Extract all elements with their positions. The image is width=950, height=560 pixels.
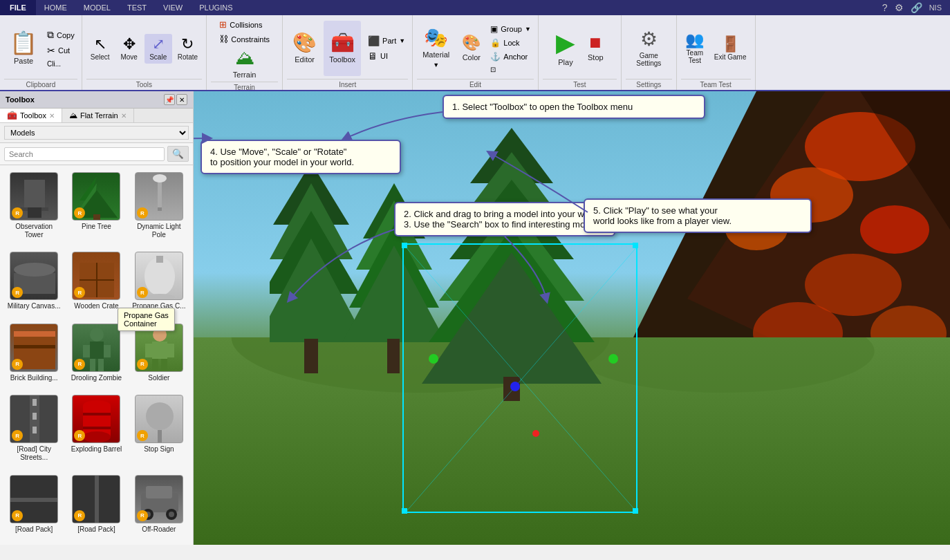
play-label: Play: [558, 58, 572, 66]
terrain-section: ⊞ Collisions ⛓ Constraints ⛰ Terrain Ter…: [207, 15, 283, 90]
help-icon[interactable]: ?: [882, 2, 888, 13]
clipboard-buttons: 📋 Paste ⧉ Copy ✂ Cut Cli...: [4, 18, 77, 79]
list-item[interactable]: R Pine Tree: [66, 169, 126, 246]
toolbox-close-button[interactable]: ✕: [176, 94, 187, 105]
color-button[interactable]: 🎨 Color: [456, 21, 486, 76]
lock-button[interactable]: 🔒 Lock: [487, 37, 534, 49]
list-item[interactable]: R [Road] City Streets...: [4, 392, 64, 469]
constraints-button[interactable]: ⛓ Constraints: [216, 32, 272, 46]
list-item[interactable]: R Stop Sign: [129, 392, 189, 469]
list-item[interactable]: R [Road Pack]: [4, 472, 64, 541]
svg-rect-30: [145, 344, 152, 357]
svg-point-12: [14, 263, 55, 277]
play-button[interactable]: ▶ Play: [550, 21, 581, 76]
file-menu[interactable]: FILE: [0, 0, 36, 15]
callout-3-text: 4. Use "Move", "Scale" or "Rotate"to pos…: [210, 147, 354, 167]
item-label: Stop Sign: [144, 445, 174, 454]
terrain-button[interactable]: ⛰ Terrain: [227, 46, 262, 82]
tab-test[interactable]: TEST: [119, 0, 155, 15]
tab-model[interactable]: MODEL: [75, 0, 119, 15]
viewport[interactable]: 1. Select "Toolbox" to open the Toolbox …: [194, 91, 950, 545]
clipboard-label: Clipboard: [4, 79, 77, 88]
move-label: Move: [120, 53, 137, 61]
editor-button[interactable]: 🎨 Editor: [287, 21, 322, 76]
rotate-button[interactable]: ↻ Rotate: [174, 34, 202, 64]
callout-play: 5. Click "Play" to see what yourworld lo…: [584, 198, 812, 233]
team-test-button[interactable]: 👥 TeamTest: [681, 30, 709, 67]
list-item[interactable]: R Observation Tower: [4, 169, 64, 246]
settings-section: ⚙ GameSettings Settings: [622, 15, 677, 90]
tools-section: ↖ Select ✥ Move ⤢ Scale ↻ Rotate Tools: [82, 15, 207, 90]
terrain-section-label: Terrain: [211, 82, 278, 91]
group-button[interactable]: ▣ Group ▼: [487, 23, 534, 35]
stop-label: Stop: [588, 53, 604, 62]
toolbox-button[interactable]: 🧰 Toolbox: [324, 21, 361, 76]
collisions-button[interactable]: ⊞ Collisions: [216, 18, 272, 31]
paste-button[interactable]: 📋 Paste: [4, 21, 43, 76]
scale-button[interactable]: ⤢ Scale: [145, 34, 172, 64]
list-item[interactable]: R Off-Roader: [129, 472, 189, 541]
svg-rect-49: [95, 476, 99, 523]
play-icon: ▶: [556, 30, 575, 55]
search-input[interactable]: [4, 147, 165, 161]
svg-rect-25: [104, 345, 111, 357]
exit-game-button[interactable]: 🚪 Exit Game: [710, 34, 751, 64]
edit-section: 🎭 Material ▼ 🎨 Color ▣ Group ▼ 🔒 Lock: [413, 15, 539, 90]
stop-button[interactable]: ⏹ Stop: [582, 21, 609, 76]
svg-point-22: [90, 328, 104, 342]
svg-rect-27: [98, 359, 104, 371]
list-item[interactable]: R Brick Building...: [4, 321, 64, 389]
material-icon: 🎭: [424, 28, 448, 48]
rotate-label: Rotate: [178, 53, 198, 61]
game-settings-button[interactable]: ⚙ GameSettings: [631, 21, 667, 76]
toolbox-tab-close[interactable]: ✕: [49, 112, 55, 120]
edit-expand[interactable]: ⊡: [487, 64, 534, 75]
item-label: Soldier: [148, 374, 169, 382]
models-dropdown[interactable]: Models Free Models Accessories Audio Vid…: [4, 126, 189, 140]
svg-rect-31: [167, 344, 174, 357]
dot-green-left: [429, 354, 438, 364]
list-item[interactable]: R Exploding Barrel: [66, 392, 126, 469]
list-item[interactable]: R [Road Pack]: [66, 472, 126, 541]
item-thumb: R: [10, 395, 58, 443]
move-button[interactable]: ✥ Move: [115, 34, 143, 64]
main-content: Toolbox 📌 ✕ 🧰 Toolbox ✕ ⛰ Flat Terrain ✕: [0, 91, 950, 545]
ui-button[interactable]: 🖥 UI: [365, 49, 408, 63]
toolbox-pin-button[interactable]: 📌: [164, 94, 175, 105]
share-icon[interactable]: 🔗: [911, 2, 922, 13]
callout-2-text: 2. Click and drag to bring a model into …: [404, 209, 604, 230]
anchor-button[interactable]: ⚓ Anchor: [487, 50, 534, 63]
tab-plugins[interactable]: PLUGINS: [191, 0, 241, 15]
item-badge: R: [137, 510, 148, 521]
item-label: Observation Tower: [6, 223, 62, 239]
settings-icon[interactable]: ⚙: [895, 2, 904, 13]
search-button[interactable]: 🔍: [167, 146, 189, 162]
tab-home[interactable]: HOME: [36, 0, 75, 15]
callout-3: 4. Use "Move", "Scale" or "Rotate"to pos…: [201, 140, 401, 174]
clipboard-section: 📋 Paste ⧉ Copy ✂ Cut Cli... Clipboard: [0, 15, 82, 90]
copy-button[interactable]: ⧉ Copy: [44, 28, 77, 42]
list-item[interactable]: R Wooden Crate: [66, 249, 126, 317]
toolbox-tab-toolbox[interactable]: 🧰 Toolbox ✕: [0, 109, 62, 122]
copy-icon: ⧉: [47, 29, 54, 41]
search-icon: 🔍: [172, 149, 184, 159]
list-item[interactable]: R Dynamic Light Pole: [129, 169, 189, 246]
terrain-icon-tab: ⛰: [69, 111, 77, 120]
material-label: Material: [422, 50, 449, 59]
item-thumb: R: [10, 475, 58, 523]
material-button[interactable]: 🎭 Material ▼: [417, 21, 455, 76]
list-item[interactable]: R Drooling Zombie: [66, 321, 126, 389]
tab-view[interactable]: VIEW: [155, 0, 191, 15]
cut-button[interactable]: ✂ Cut: [44, 44, 77, 57]
edit-label: Edit: [417, 79, 534, 88]
settings-label: Settings: [626, 79, 672, 88]
part-button[interactable]: ⬛ Part ▼: [365, 34, 408, 48]
item-thumb: R: [72, 172, 120, 221]
list-item[interactable]: R Military Canvas...: [4, 249, 64, 317]
select-button[interactable]: ↖ Select: [86, 34, 114, 64]
callout-play-text: 5. Click "Play" to see what yourworld lo…: [593, 205, 732, 226]
flat-terrain-tab-close[interactable]: ✕: [121, 112, 127, 120]
toolbox-tab-flat-terrain[interactable]: ⛰ Flat Terrain ✕: [62, 109, 134, 122]
scale-icon: ⤢: [152, 37, 165, 52]
clipboard-extra[interactable]: Cli...: [44, 59, 77, 69]
